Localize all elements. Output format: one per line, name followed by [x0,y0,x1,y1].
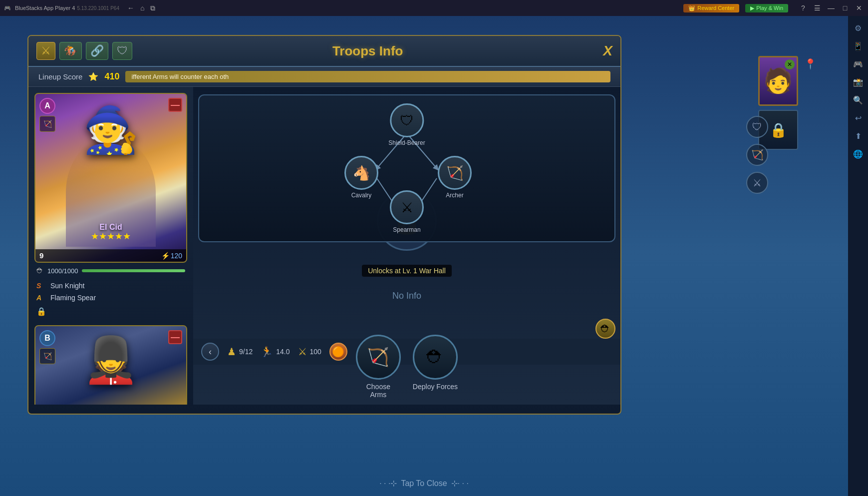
tab-troops[interactable]: ⚔ [36,42,55,60]
cavalry-label: Cavalry [351,192,372,199]
el-cid-level: 9 [39,251,43,260]
arms-popup: 🛡 Shield-Bearer 🐴 Cavalry 🏹 Archer [198,94,615,242]
location-icon: 📍 [802,56,818,72]
health-bar-bg [82,269,185,272]
hero-panel: 🧙 A — 🏹 El Cid ★★★★★ 9 ⚡120 [28,87,193,405]
troop-icons: 🛡 🏹 ⚔ [746,116,768,194]
tab-share[interactable]: 🔗 [86,42,108,60]
el-cid-skill-a[interactable]: A Flaming Spear [36,292,185,304]
tap-dots-left: · · ·⊹ [379,479,397,488]
spearman-icon: ⚔ [390,190,424,224]
lineup-bar: Lineup Score ⭐ 410 ifferent Arms will co… [28,67,620,87]
cavalry-icon: 🐴 [344,156,378,190]
special-icon[interactable]: ⛑ [595,319,615,339]
arms-node-shield-bearer[interactable]: 🛡 Shield-Bearer [388,103,425,146]
sidebar-icon-2[interactable]: 📱 [850,38,866,54]
unlocks-text: Unlocks at Lv. 1 War Hall [362,265,452,277]
tachibana-rank: B [39,330,55,346]
lineup-score-value: 410 [104,71,119,82]
lock-icon-slot: 🔒 [770,122,787,138]
tab-info[interactable]: 🛡 [112,42,132,60]
sidebar-icon-4[interactable]: 📸 [850,74,866,90]
maximize-btn[interactable]: □ [840,4,850,12]
helmet-icon: ⛑ [36,267,43,275]
modal-header: ⚔ 🏇 🔗 🛡 Troops Info X [28,36,620,67]
crown-icon: 👑 [688,5,695,11]
tachibana-portrait: 💂 [35,326,186,405]
tachibana-remove-btn[interactable]: — [168,330,182,344]
modal-tabs: ⚔ 🏇 🔗 🛡 [36,42,132,60]
hero-card-inner-el-cid: 🧙 A — 🏹 El Cid ★★★★★ 9 ⚡120 [34,93,187,263]
menu-btn[interactable]: ☰ [812,4,822,12]
app-version: 5.13.220.1001 P64 [77,5,119,11]
shield-bearer-icon: 🛡 [390,103,424,137]
shield-bearer-label: Shield-Bearer [388,139,425,146]
el-cid-class-icon: 🏹 [39,116,55,132]
sidebar-icon-7[interactable]: ⬆ [850,128,866,144]
arms-notice: ifferent Arms will counter each oth [125,71,610,82]
tap-dots-right: ⊹· · · [451,479,469,488]
minimize-btn[interactable]: — [826,4,836,12]
sidebar-icon-3[interactable]: 🎮 [850,56,866,72]
hero-card-inner-tachibana: 💂 B — 🏹 Tachibana Ginchiyo ★★★★★ 9 ⚡120 [34,325,187,405]
el-cid-rank: A [39,98,55,114]
choose-arms-label: ChooseArms [366,383,390,399]
hero-card-el-cid[interactable]: 🧙 A — 🏹 El Cid ★★★★★ 9 ⚡120 [34,93,187,320]
score-icon: ⭐ [88,72,98,81]
el-cid-info: ⛑ 1000/1000 S Sun Knight A Flam [34,263,187,320]
sun-knight-name: Sun Knight [50,282,85,290]
tachibana-class-icon: 🏹 [39,348,55,364]
help-btn[interactable]: ? [798,4,808,12]
no-info-text: No Info [392,291,421,301]
modal-title: Troops Info [132,43,603,59]
titlebar: 🎮 BlueStacks App Player 4 5.13.220.1001 … [0,0,868,16]
home-btn[interactable]: ⌂ [140,4,144,12]
close-btn[interactable]: ✕ [854,4,864,12]
arms-diagram: 🛡 Shield-Bearer 🐴 Cavalry 🏹 Archer [342,103,472,233]
deploy-forces-label: Deploy Forces [413,383,458,391]
arms-node-spearman[interactable]: ⚔ Spearman [390,190,424,233]
skill-a-label: A [36,294,46,302]
arms-node-archer[interactable]: 🏹 Archer [438,156,472,199]
hero-card-tachibana[interactable]: 💂 B — 🏹 Tachibana Ginchiyo ★★★★★ 9 ⚡120 [34,325,187,405]
right-sidebar: ⚙ 📱 🎮 📸 🔍 ↩ ⬆ 🌐 [848,16,868,496]
arms-node-cavalry[interactable]: 🐴 Cavalry [344,156,378,199]
app-title: BlueStacks App Player 4 [15,5,75,11]
el-cid-stars: ★★★★★ [35,231,186,242]
troop-icon-3: ⚔ [746,172,768,194]
el-cid-footer: 9 ⚡120 [35,249,186,262]
el-cid-health: ⛑ 1000/1000 [36,267,185,275]
sidebar-icon-6[interactable]: ↩ [850,110,866,126]
back-btn[interactable]: ← [127,4,134,12]
el-cid-health-text: 1000/1000 [47,267,78,275]
troops-info-modal: ⚔ 🏇 🔗 🛡 Troops Info X Lineup Score ⭐ 410 [27,35,621,415]
skill-s-label: S [36,282,46,290]
sidebar-icon-1[interactable]: ⚙ [850,20,866,36]
deploy-forces-icon: ⛑ [413,335,458,380]
window-controls: ? ☰ — □ ✕ [798,4,864,12]
el-cid-remove-btn[interactable]: — [168,98,182,112]
troop-icon-2: 🏹 [746,144,768,166]
tap-to-close-text: Tap To Close [401,479,447,488]
health-bar-fill [82,269,185,272]
modal-close-btn[interactable]: X [603,43,612,59]
reward-center-btn[interactable]: 👑 Reward Center [683,4,739,12]
choose-arms-btn[interactable]: 🏹 ChooseArms [356,335,401,399]
player-badge: ✕ [785,59,795,69]
tab-cavalry[interactable]: 🏇 [59,42,82,60]
lineup-score-label: Lineup Score [38,72,82,81]
modal-body: 🧙 A — 🏹 El Cid ★★★★★ 9 ⚡120 [28,87,620,405]
nav-buttons: ← ⌂ ⧉ [127,4,155,12]
app-logo: 🎮 [4,5,11,11]
sidebar-icon-8[interactable]: 🌐 [850,146,866,162]
window-btn[interactable]: ⧉ [150,4,155,12]
archer-label: Archer [446,192,463,199]
titlebar-right: 👑 Reward Center ▶ Play & Win ? ☰ — □ ✕ [683,4,864,12]
deploy-forces-btn[interactable]: ⛑ Deploy Forces [413,335,458,399]
tap-to-close[interactable]: · · ·⊹ Tap To Close ⊹· · · [379,479,469,488]
play-win-btn[interactable]: ▶ Play & Win [745,4,788,12]
sidebar-icon-5[interactable]: 🔍 [850,92,866,108]
player-avatar[interactable]: 🧑 ✕ [758,56,798,106]
el-cid-skill-s[interactable]: S Sun Knight [36,280,185,292]
action-buttons: 🏹 ChooseArms ⛑ Deploy Forces ⛑ [193,329,620,405]
